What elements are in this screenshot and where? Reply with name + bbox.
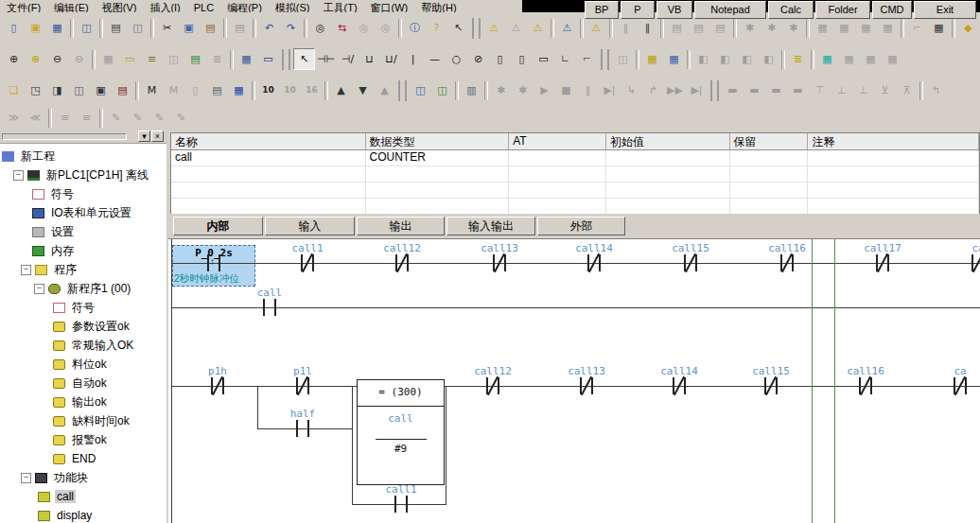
redo-button[interactable]: ↷ (280, 17, 302, 39)
sim-to-end-button[interactable]: ▶| (686, 79, 708, 101)
window-properties-button[interactable]: ▤ (112, 79, 133, 101)
watch-grid-2-button[interactable]: ▦ (838, 48, 860, 70)
mem-card-4-button[interactable]: ▬ (787, 79, 809, 101)
ladder-contact-call12[interactable] (481, 377, 505, 394)
about-button[interactable]: ⓘ (404, 17, 426, 39)
plc-memory-3-button[interactable]: ▦ (855, 17, 877, 39)
contact-no-button[interactable]: ⊣⊢ (315, 48, 337, 70)
var-table-cell[interactable] (730, 183, 809, 199)
ladder-contact-call13[interactable] (574, 377, 599, 394)
var-table-cell[interactable] (171, 199, 366, 215)
tree-expander-icon[interactable]: − (21, 473, 31, 483)
marker-3-button[interactable]: ✎ (149, 107, 170, 129)
paste-special-button[interactable]: ▤ (229, 17, 251, 39)
var-table-cell[interactable] (509, 150, 606, 166)
panel-drag-handle[interactable] (2, 133, 127, 140)
show-grid-button[interactable]: ▦ (97, 48, 119, 70)
show-monitor-list-button[interactable]: ▤ (184, 48, 206, 70)
pause-trigger-button[interactable]: ✱ (512, 79, 534, 101)
tree-expander-icon[interactable]: − (13, 170, 24, 181)
var-tab-0-active[interactable]: 内部 (173, 217, 263, 235)
sim-step-button[interactable]: ▶| (599, 79, 621, 101)
var-table-cell[interactable] (509, 199, 606, 215)
block-comment-1-button[interactable]: ≡ (54, 107, 76, 129)
tree-item-9[interactable]: 参数设置ok (0, 317, 166, 336)
tree-item-5[interactable]: 内存 (0, 241, 166, 260)
open-file-button[interactable]: ▣ (25, 17, 46, 39)
print-button[interactable]: ▤ (105, 17, 127, 39)
show-rung-list-button[interactable]: ≡ (141, 48, 163, 70)
mem-card-3-button[interactable]: ▬ (765, 79, 787, 101)
tree-item-12[interactable]: 自动ok (0, 374, 166, 392)
base-hex-button[interactable]: 16 (301, 79, 323, 101)
var-table-cell[interactable] (366, 166, 510, 183)
ladder-contact-call1[interactable] (295, 254, 320, 271)
outdent-button[interactable]: ≪ (25, 107, 46, 129)
find-button[interactable]: ◎ (309, 17, 331, 39)
transfer-to-plc-button[interactable]: ▲ (330, 79, 352, 101)
plc-memory-4-button[interactable]: ▦ (877, 17, 899, 39)
ladder-contact-half[interactable] (290, 420, 315, 437)
find-binoculars-grey-button[interactable]: M (163, 79, 184, 101)
var-tab-3[interactable]: 输入输出 (446, 217, 535, 235)
plc-memory-2-button[interactable]: ▦ (833, 17, 855, 39)
var-tab-2[interactable]: 输出 (357, 217, 445, 235)
edit-delete-col-button[interactable]: ◧ (758, 48, 779, 70)
select-tool-button[interactable]: ↖ (293, 48, 315, 70)
compare-with-plc-button[interactable]: ▲ (374, 79, 395, 101)
tree-item-17[interactable]: −功能块 (0, 468, 166, 487)
binary-grid-button[interactable]: ▦ (228, 79, 250, 101)
tree-item-16[interactable]: END (0, 449, 166, 468)
ladder-contact-p1l[interactable] (290, 377, 315, 394)
set-new-value-button[interactable]: ⊻ (874, 79, 896, 101)
var-table-cell[interactable] (606, 166, 730, 183)
tree-item-2[interactable]: 符号 (0, 184, 166, 203)
ladder-contact-call14[interactable] (667, 377, 691, 394)
toggle-output-window-button[interactable]: ◳ (25, 79, 46, 101)
toggle-watch-window-button[interactable]: ◨ (46, 79, 68, 101)
context-help-button[interactable]: ↖ (447, 17, 469, 39)
block-comment-2-button[interactable]: ≡ (76, 107, 97, 129)
menu-item[interactable]: 工具(T) (317, 0, 364, 12)
pause-grey-button[interactable]: ‖ (615, 17, 637, 39)
var-table-cell[interactable] (808, 199, 979, 215)
watch-grid-3-button[interactable]: ▦ (860, 48, 882, 70)
tree-item-8[interactable]: 符号 (0, 298, 166, 317)
sim-run-button[interactable]: ▶ (534, 79, 555, 101)
instruction-box-button[interactable]: ▯ (489, 48, 511, 70)
tree-item-1[interactable]: −新PLC1[CP1H] 离线 (0, 166, 166, 184)
var-table-cell[interactable] (366, 183, 510, 199)
step-run-button[interactable]: ⌐ (906, 17, 928, 39)
menu-item[interactable]: 帮助(H) (414, 0, 463, 12)
panel-menu-button[interactable]: ▾ (138, 131, 150, 142)
var-table-cell[interactable] (808, 150, 979, 166)
pvt-grey-button[interactable]: ◫ (612, 48, 634, 70)
zoom-fit-button[interactable]: ⊖ (68, 48, 90, 70)
monitor-options-button[interactable]: ◫ (431, 79, 453, 101)
tree-expander-icon[interactable]: − (21, 265, 31, 275)
delete-line-button[interactable]: ⌐ (576, 48, 598, 70)
print-preview-search-button[interactable]: ◫ (76, 17, 97, 39)
tree-item-3[interactable]: IO表和单元设置 (0, 203, 166, 222)
var-table-cell[interactable] (606, 150, 730, 166)
zoom-select-button[interactable]: ⊕ (25, 48, 46, 70)
sim-stop-button[interactable]: ■ (555, 79, 577, 101)
edit-insert-row-button[interactable]: ◧ (692, 48, 714, 70)
ladder-contact-call15[interactable] (759, 377, 783, 394)
pause-button[interactable]: ‖ (637, 17, 658, 39)
ladder-contact-call16[interactable] (775, 254, 799, 271)
show-tree-button[interactable]: ≣ (206, 48, 228, 70)
compare-instruction-block[interactable]: = (300)call#9 (357, 379, 445, 485)
instruction-box-2-button[interactable]: ▯ (511, 48, 533, 70)
cut-button[interactable]: ✂ (156, 17, 178, 39)
monitor-window-button[interactable]: ◫ (410, 79, 431, 101)
var-table-cell[interactable] (808, 183, 979, 199)
doc-transfer-3-button[interactable]: ▤ (709, 17, 731, 39)
transfer-from-plc-button[interactable]: ▼ (352, 79, 374, 101)
base-decimal-button[interactable]: 10 (257, 79, 279, 101)
menu-item[interactable]: PLC (187, 0, 220, 12)
watch-grid-4-button[interactable]: ▦ (882, 48, 903, 70)
force-cancel-button[interactable]: ⊥ (852, 79, 874, 101)
online-edit-button[interactable]: ⚠ (586, 17, 607, 39)
memo-view-button[interactable]: ▯ (184, 79, 206, 101)
